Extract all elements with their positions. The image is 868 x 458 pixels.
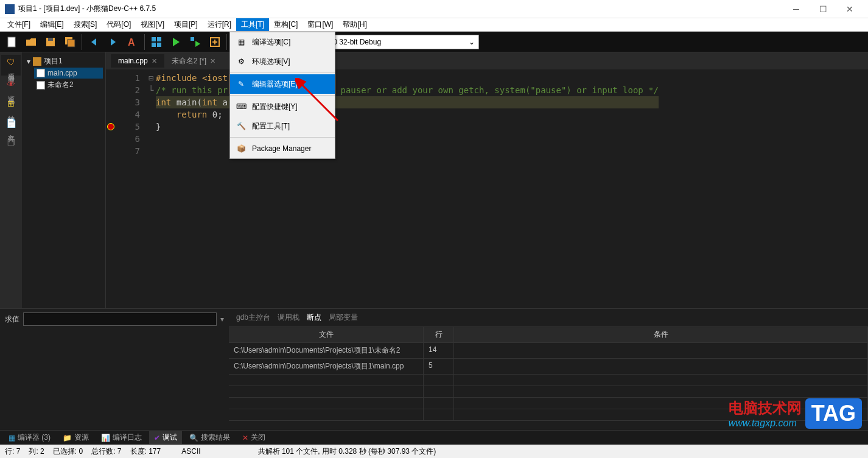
table-row[interactable]: C:\Users\admin\Documents\Projects\项目1\ma… bbox=[229, 359, 868, 375]
svg-text:A: A bbox=[128, 37, 135, 48]
toolbar: A MinGW GCC 9.2.0 32-bit Debug ⌄ bbox=[0, 32, 868, 52]
tiles-icon: ▦ bbox=[9, 434, 15, 442]
project-name: 项目1 bbox=[44, 56, 63, 66]
dtab-gdb主控台[interactable]: gdb主控台 bbox=[236, 312, 270, 323]
file-icon bbox=[37, 69, 45, 77]
maximize-button[interactable]: ☐ bbox=[810, 1, 836, 18]
minimize-button[interactable]: ─ bbox=[783, 1, 810, 18]
menu-0[interactable]: 文件[F] bbox=[2, 18, 35, 31]
box-icon: 📦 bbox=[235, 143, 247, 155]
back-button[interactable] bbox=[85, 33, 103, 51]
chevron-down-icon[interactable]: ▾ bbox=[220, 315, 224, 323]
file-icon bbox=[37, 81, 45, 90]
pencil-icon: ✎ bbox=[235, 78, 247, 90]
svg-rect-2 bbox=[48, 38, 53, 41]
search-icon: 🔍 bbox=[189, 434, 198, 442]
menu-item-配置快捷键[Y][interactable]: ⌨配置快捷键[Y] bbox=[230, 97, 335, 116]
menu-item-编译选项[C][interactable]: ▦编译选项[C] bbox=[230, 32, 335, 52]
btab-搜索结果[interactable]: 🔍搜索结果 bbox=[184, 431, 235, 444]
keys-icon: ⌨ bbox=[235, 100, 247, 113]
btab-资源[interactable]: 📁资源 bbox=[58, 431, 94, 444]
menu-8[interactable]: 重构[C] bbox=[269, 18, 303, 31]
close-icon[interactable]: ✕ bbox=[152, 57, 157, 65]
titlebar: 项目1 - [项目1.dev] - 小熊猫Dev-C++ 6.7.5 ─ ☐ ✕ bbox=[0, 0, 868, 18]
rail-文件[interactable]: 📄文件 bbox=[1, 116, 21, 134]
editor-tabs: main.cpp✕未命名2 [*]✕ bbox=[106, 52, 868, 69]
rail-项目管理[interactable]: 🛡项目管理 bbox=[1, 55, 21, 76]
gears-icon: ⚙ bbox=[235, 55, 247, 68]
dtab-调用栈[interactable]: 调用栈 bbox=[278, 312, 299, 323]
btab-编译器 (3)[interactable]: ▦编译器 (3) bbox=[4, 431, 55, 444]
format-button[interactable]: A bbox=[124, 33, 142, 51]
new-file-button[interactable] bbox=[2, 33, 21, 51]
file-未命名2[interactable]: 未命名2 bbox=[34, 79, 103, 91]
watermark: 电脑技术网 www.tagxp.com TAG bbox=[729, 398, 862, 429]
search-input[interactable] bbox=[23, 312, 217, 326]
tools-dropdown: ▦编译选项[C]⚙环境选项[V]✎编辑器选项[E]⌨配置快捷键[Y]🔨配置工具[… bbox=[229, 32, 335, 159]
table-row[interactable]: C:\Users\admin\Documents\Projects\项目1\未命… bbox=[229, 343, 868, 359]
btab-关闭[interactable]: ✕关闭 bbox=[237, 431, 270, 444]
rail-结构[interactable]: ⊞结构 bbox=[1, 96, 21, 114]
menu-item-配置工具[T][interactable]: 🔨配置工具[T] bbox=[230, 116, 335, 136]
search-label: 求值 bbox=[5, 314, 19, 325]
bp-header-line[interactable]: 行 bbox=[424, 327, 454, 342]
save-all-button[interactable] bbox=[61, 33, 79, 51]
save-button[interactable] bbox=[41, 33, 60, 51]
svg-rect-8 bbox=[152, 43, 156, 47]
close-icon: ✕ bbox=[242, 434, 248, 442]
dtab-断点[interactable]: 断点 bbox=[307, 312, 321, 323]
grid-icon: ▦ bbox=[235, 36, 247, 48]
rail-监视[interactable]: 👁监视 bbox=[1, 77, 21, 95]
svg-rect-7 bbox=[157, 37, 161, 41]
compile-button[interactable] bbox=[147, 33, 166, 51]
bp-header-file[interactable]: 文件 bbox=[229, 327, 424, 342]
chevron-down-icon: ▾ bbox=[27, 57, 30, 66]
forward-button[interactable] bbox=[104, 33, 122, 51]
menu-1[interactable]: 编辑[E] bbox=[35, 18, 69, 31]
bottom-tabs: ▦编译器 (3)📁资源📊编译日志✔调试🔍搜索结果✕关闭 bbox=[0, 430, 868, 445]
svg-rect-4 bbox=[68, 40, 75, 47]
menu-5[interactable]: 项目[P] bbox=[169, 18, 203, 31]
menubar: 文件[F]编辑[E]搜索[S]代码[O]视图[V]项目[P]运行[R]工具[T]… bbox=[0, 18, 868, 32]
menu-6[interactable]: 运行[R] bbox=[203, 18, 236, 31]
close-icon[interactable]: ✕ bbox=[210, 57, 215, 65]
compile-run-button[interactable] bbox=[186, 33, 205, 51]
bp-header-cond[interactable]: 条件 bbox=[454, 327, 868, 342]
menu-9[interactable]: 窗口[W] bbox=[303, 18, 338, 31]
menu-4[interactable]: 视图[V] bbox=[136, 18, 169, 31]
res-icon: 📁 bbox=[63, 434, 72, 442]
menu-3[interactable]: 代码[O] bbox=[102, 18, 136, 31]
breakpoint-icon[interactable] bbox=[107, 123, 114, 130]
svg-rect-10 bbox=[191, 37, 194, 41]
file-main.cpp[interactable]: main.cpp bbox=[34, 68, 103, 79]
menu-10[interactable]: 帮助[H] bbox=[338, 18, 371, 31]
menu-2[interactable]: 搜索[S] bbox=[69, 18, 102, 31]
svg-rect-9 bbox=[157, 43, 161, 47]
app-icon bbox=[5, 4, 15, 14]
svg-rect-6 bbox=[152, 37, 156, 41]
chevron-down-icon: ⌄ bbox=[469, 38, 475, 46]
tab-main.cpp[interactable]: main.cpp✕ bbox=[111, 54, 164, 68]
btab-编译日志[interactable]: 📊编译日志 bbox=[96, 431, 147, 444]
check-icon: ✔ bbox=[154, 434, 160, 442]
rail-copy[interactable]: ❐ bbox=[1, 135, 21, 150]
dtab-局部变量[interactable]: 局部变量 bbox=[329, 312, 358, 323]
project-icon bbox=[33, 57, 41, 66]
open-button[interactable] bbox=[22, 33, 40, 51]
menu-item-编辑器选项[E][interactable]: ✎编辑器选项[E] bbox=[230, 74, 335, 94]
menu-item-环境选项[V][interactable]: ⚙环境选项[V] bbox=[230, 52, 335, 71]
svg-rect-0 bbox=[8, 37, 15, 47]
menu-7[interactable]: 工具[T] bbox=[236, 18, 269, 31]
window-title: 项目1 - [项目1.dev] - 小熊猫Dev-C++ 6.7.5 bbox=[18, 4, 783, 14]
hammer-icon: 🔨 bbox=[235, 120, 247, 132]
btab-调试[interactable]: ✔调试 bbox=[149, 431, 182, 444]
bars-icon: 📊 bbox=[101, 434, 110, 442]
statusbar: 行: 7 列: 2 已选择: 0 总行数: 7 长度: 177 ASCII 共解… bbox=[0, 445, 868, 458]
rebuild-button[interactable] bbox=[206, 33, 224, 51]
project-root[interactable]: ▾ 项目1 bbox=[24, 55, 103, 68]
close-button[interactable]: ✕ bbox=[836, 1, 863, 18]
run-button[interactable] bbox=[167, 33, 185, 51]
menu-item-Package Manager[interactable]: 📦Package Manager bbox=[230, 139, 335, 158]
tab-未命名2 [*][interactable]: 未命名2 [*]✕ bbox=[164, 54, 223, 69]
